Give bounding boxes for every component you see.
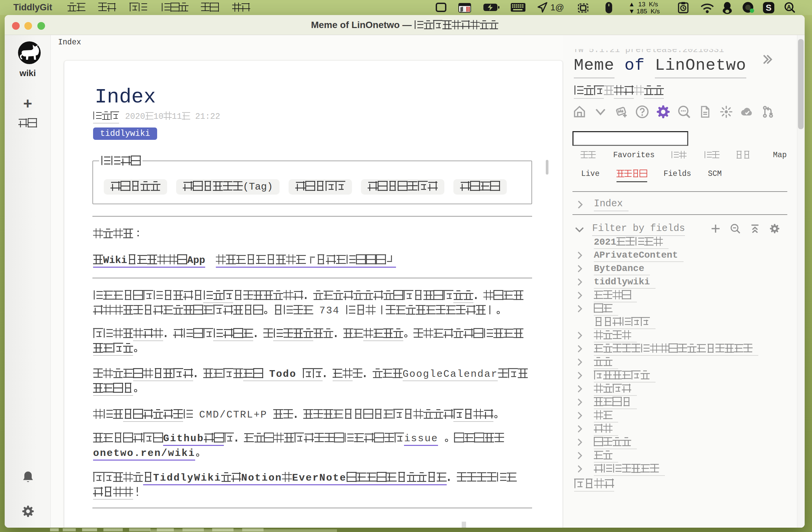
- svg-text:A: A: [787, 4, 791, 10]
- svg-text:S: S: [766, 3, 771, 13]
